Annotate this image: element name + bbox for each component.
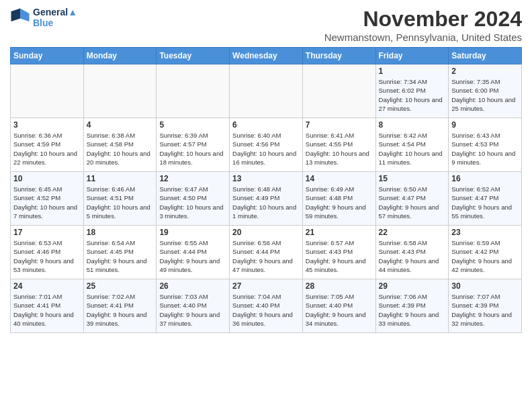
- day-number: 15: [379, 174, 446, 183]
- day-number: 4: [87, 120, 154, 130]
- day-info: Sunrise: 7:07 AM Sunset: 4:39 PM Dayligh…: [451, 292, 519, 328]
- subtitle: Newmanstown, Pennsylvania, United States: [324, 32, 522, 43]
- day-number: 30: [451, 281, 519, 291]
- day-info: Sunrise: 6:58 AM Sunset: 4:43 PM Dayligh…: [379, 238, 446, 274]
- page: General▲ Blue November 2024 Newmanstown,…: [0, 0, 532, 411]
- day-number: 1: [379, 66, 446, 76]
- day-cell: 19Sunrise: 6:55 AM Sunset: 4:44 PM Dayli…: [157, 226, 230, 279]
- day-info: Sunrise: 6:56 AM Sunset: 4:44 PM Dayligh…: [232, 238, 300, 274]
- day-cell: 14Sunrise: 6:49 AM Sunset: 4:48 PM Dayli…: [302, 172, 375, 226]
- svg-marker-1: [20, 9, 30, 22]
- header-thursday: Thursday: [302, 48, 375, 64]
- day-cell: 27Sunrise: 7:04 AM Sunset: 4:40 PM Dayli…: [230, 279, 303, 333]
- day-number: 20: [232, 228, 300, 237]
- day-cell: 4Sunrise: 6:38 AM Sunset: 4:58 PM Daylig…: [83, 118, 157, 172]
- day-info: Sunrise: 7:34 AM Sunset: 6:02 PM Dayligh…: [379, 77, 446, 113]
- day-cell: [157, 64, 230, 118]
- day-info: Sunrise: 6:42 AM Sunset: 4:54 PM Dayligh…: [379, 131, 446, 167]
- day-info: Sunrise: 6:38 AM Sunset: 4:58 PM Dayligh…: [87, 131, 154, 167]
- day-cell: 10Sunrise: 6:45 AM Sunset: 4:52 PM Dayli…: [11, 172, 84, 226]
- calendar: SundayMondayTuesdayWednesdayThursdayFrid…: [10, 47, 522, 333]
- header-tuesday: Tuesday: [157, 48, 230, 64]
- day-info: Sunrise: 6:40 AM Sunset: 4:56 PM Dayligh…: [232, 131, 300, 167]
- day-cell: [11, 64, 84, 118]
- day-info: Sunrise: 7:04 AM Sunset: 4:40 PM Dayligh…: [232, 292, 300, 328]
- header-sunday: Sunday: [11, 48, 84, 64]
- header-monday: Monday: [83, 48, 157, 64]
- day-number: 13: [232, 174, 300, 183]
- day-info: Sunrise: 6:57 AM Sunset: 4:43 PM Dayligh…: [306, 238, 373, 274]
- day-cell: 25Sunrise: 7:02 AM Sunset: 4:41 PM Dayli…: [83, 279, 157, 333]
- day-number: 11: [87, 174, 154, 183]
- day-info: Sunrise: 6:48 AM Sunset: 4:49 PM Dayligh…: [232, 185, 300, 220]
- main-title: November 2024: [324, 7, 522, 32]
- day-number: 5: [159, 120, 226, 130]
- day-info: Sunrise: 6:39 AM Sunset: 4:57 PM Dayligh…: [159, 131, 226, 167]
- day-number: 16: [451, 174, 519, 183]
- day-info: Sunrise: 7:05 AM Sunset: 4:40 PM Dayligh…: [306, 292, 373, 328]
- day-cell: 1Sunrise: 7:34 AM Sunset: 6:02 PM Daylig…: [375, 64, 449, 118]
- calendar-header-row: SundayMondayTuesdayWednesdayThursdayFrid…: [11, 48, 522, 64]
- day-info: Sunrise: 6:52 AM Sunset: 4:47 PM Dayligh…: [451, 185, 519, 220]
- day-info: Sunrise: 6:36 AM Sunset: 4:59 PM Dayligh…: [13, 131, 81, 167]
- day-info: Sunrise: 7:01 AM Sunset: 4:41 PM Dayligh…: [13, 292, 81, 328]
- day-cell: 17Sunrise: 6:53 AM Sunset: 4:46 PM Dayli…: [11, 226, 84, 279]
- logo-text: General▲ Blue: [33, 7, 77, 28]
- day-info: Sunrise: 6:59 AM Sunset: 4:42 PM Dayligh…: [451, 238, 519, 274]
- day-info: Sunrise: 6:46 AM Sunset: 4:51 PM Dayligh…: [87, 185, 154, 220]
- day-number: 10: [13, 174, 81, 183]
- day-number: 9: [451, 120, 519, 130]
- day-info: Sunrise: 6:55 AM Sunset: 4:44 PM Dayligh…: [159, 238, 226, 274]
- day-info: Sunrise: 6:47 AM Sunset: 4:50 PM Dayligh…: [159, 185, 226, 220]
- week-row-1: 1Sunrise: 7:34 AM Sunset: 6:02 PM Daylig…: [11, 64, 522, 118]
- day-info: Sunrise: 7:03 AM Sunset: 4:40 PM Dayligh…: [159, 292, 226, 328]
- day-number: 27: [232, 281, 300, 291]
- day-cell: [83, 64, 157, 118]
- day-number: 17: [13, 228, 81, 237]
- day-number: 14: [306, 174, 373, 183]
- day-info: Sunrise: 6:54 AM Sunset: 4:45 PM Dayligh…: [87, 238, 154, 274]
- day-cell: 23Sunrise: 6:59 AM Sunset: 4:42 PM Dayli…: [449, 226, 522, 279]
- logo: General▲ Blue: [10, 7, 77, 28]
- day-cell: 15Sunrise: 6:50 AM Sunset: 4:47 PM Dayli…: [375, 172, 449, 226]
- week-row-2: 3Sunrise: 6:36 AM Sunset: 4:59 PM Daylig…: [11, 118, 522, 172]
- day-number: 12: [159, 174, 226, 183]
- day-cell: [230, 64, 303, 118]
- day-cell: 22Sunrise: 6:58 AM Sunset: 4:43 PM Dayli…: [375, 226, 449, 279]
- svg-marker-2: [11, 9, 21, 22]
- day-cell: 30Sunrise: 7:07 AM Sunset: 4:39 PM Dayli…: [449, 279, 522, 333]
- day-number: 22: [379, 228, 446, 237]
- day-cell: 13Sunrise: 6:48 AM Sunset: 4:49 PM Dayli…: [230, 172, 303, 226]
- day-info: Sunrise: 6:53 AM Sunset: 4:46 PM Dayligh…: [13, 238, 81, 274]
- day-number: 29: [379, 281, 446, 291]
- day-number: 19: [159, 228, 226, 237]
- day-cell: 8Sunrise: 6:42 AM Sunset: 4:54 PM Daylig…: [375, 118, 449, 172]
- title-block: November 2024 Newmanstown, Pennsylvania,…: [324, 7, 522, 43]
- day-info: Sunrise: 6:49 AM Sunset: 4:48 PM Dayligh…: [306, 185, 373, 220]
- day-cell: 2Sunrise: 7:35 AM Sunset: 6:00 PM Daylig…: [449, 64, 522, 118]
- header-saturday: Saturday: [449, 48, 522, 64]
- day-info: Sunrise: 6:45 AM Sunset: 4:52 PM Dayligh…: [13, 185, 81, 220]
- day-number: 8: [379, 120, 446, 130]
- header: General▲ Blue November 2024 Newmanstown,…: [10, 7, 522, 43]
- day-info: Sunrise: 6:41 AM Sunset: 4:55 PM Dayligh…: [306, 131, 373, 167]
- day-cell: 11Sunrise: 6:46 AM Sunset: 4:51 PM Dayli…: [83, 172, 157, 226]
- day-number: 6: [232, 120, 300, 130]
- day-info: Sunrise: 7:02 AM Sunset: 4:41 PM Dayligh…: [87, 292, 154, 328]
- header-wednesday: Wednesday: [230, 48, 303, 64]
- day-cell: 26Sunrise: 7:03 AM Sunset: 4:40 PM Dayli…: [157, 279, 230, 333]
- day-cell: 24Sunrise: 7:01 AM Sunset: 4:41 PM Dayli…: [11, 279, 84, 333]
- week-row-5: 24Sunrise: 7:01 AM Sunset: 4:41 PM Dayli…: [11, 279, 522, 333]
- day-number: 24: [13, 281, 81, 291]
- logo-icon: [10, 7, 30, 28]
- day-cell: 12Sunrise: 6:47 AM Sunset: 4:50 PM Dayli…: [157, 172, 230, 226]
- day-cell: 7Sunrise: 6:41 AM Sunset: 4:55 PM Daylig…: [302, 118, 375, 172]
- day-cell: 18Sunrise: 6:54 AM Sunset: 4:45 PM Dayli…: [83, 226, 157, 279]
- day-number: 21: [306, 228, 373, 237]
- day-number: 23: [451, 228, 519, 237]
- week-row-3: 10Sunrise: 6:45 AM Sunset: 4:52 PM Dayli…: [11, 172, 522, 226]
- day-cell: 6Sunrise: 6:40 AM Sunset: 4:56 PM Daylig…: [230, 118, 303, 172]
- day-number: 28: [306, 281, 373, 291]
- day-number: 7: [306, 120, 373, 130]
- day-cell: 20Sunrise: 6:56 AM Sunset: 4:44 PM Dayli…: [230, 226, 303, 279]
